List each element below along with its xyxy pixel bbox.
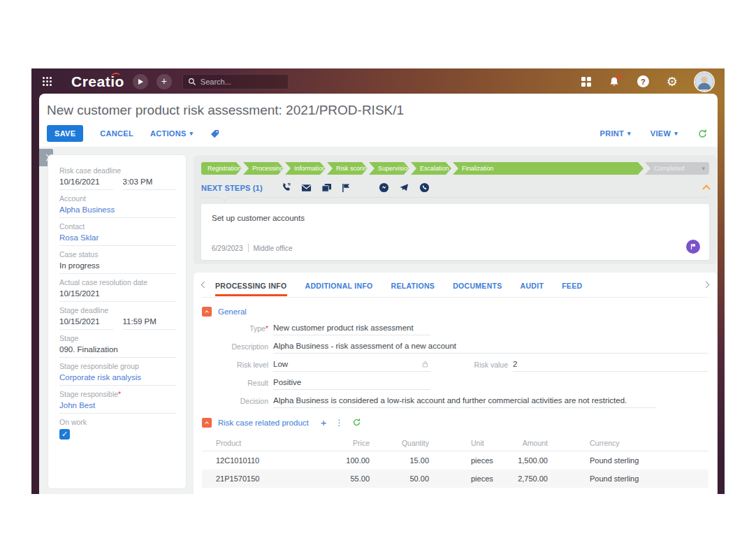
tab-processing-info[interactable]: PROCESSING INFO <box>215 274 287 296</box>
decision-input[interactable]: Alpha Business is considered a low-risk … <box>273 396 656 408</box>
stage-risk-scoring[interactable]: Risk scoring <box>327 162 368 175</box>
flag-icon[interactable] <box>342 183 351 193</box>
field-stage-responsible: Stage responsible* John Best <box>59 390 176 418</box>
quick-add-button[interactable]: + <box>157 74 172 89</box>
table-row[interactable]: 21P1570150 55.00 50.00 pieces 2,750.00 P… <box>202 470 708 488</box>
col-unit[interactable]: Unit <box>429 439 499 447</box>
play-icon <box>138 79 143 85</box>
help-icon[interactable]: ? <box>637 75 649 87</box>
col-price[interactable]: Price <box>307 439 370 447</box>
user-avatar[interactable] <box>695 73 713 91</box>
stage-responsible-group-link[interactable]: Corporate risk analysis <box>59 373 176 386</box>
view-dropdown-button[interactable]: VIEW▾ <box>650 129 678 138</box>
risk-case-deadline-time-input[interactable]: 3:03 PM <box>123 177 177 190</box>
account-link[interactable]: Alpha Business <box>59 205 176 218</box>
table-row[interactable]: 12C1010110 100.00 15.00 pieces 1,500.00 … <box>202 451 708 470</box>
field-decision: Decision Alpha Business is considered a … <box>202 396 708 408</box>
risk-case-deadline-date-input[interactable]: 10/16/2021 <box>59 177 113 190</box>
section-title[interactable]: General <box>218 307 247 316</box>
stage-completed[interactable]: Completed ▾ <box>645 162 709 175</box>
tab-additional-info[interactable]: ADDITIONAL INFO <box>305 274 373 296</box>
global-search[interactable] <box>182 74 289 89</box>
top-navigation-bar: Creatio + ? ⚙ <box>31 68 725 94</box>
main-menu-icon[interactable] <box>43 77 52 87</box>
stage-input[interactable]: 090. Finalization <box>59 345 176 358</box>
result-input[interactable]: Positive <box>273 378 430 390</box>
stage-deadline-time-input[interactable]: 11:59 PM <box>123 317 177 330</box>
collapse-section-icon[interactable] <box>202 418 212 428</box>
table-row[interactable]: 21A3040000 150.00 25.00 pieces 3,750.00 … <box>202 488 708 494</box>
field-result: Result Positive <box>202 378 708 390</box>
col-product[interactable]: Product <box>202 439 307 447</box>
record-page: New customer product risk assessment: 20… <box>39 94 718 494</box>
stage-registration[interactable]: Registration <box>201 162 242 175</box>
related-products-table: Product Price Quantity Unit Amount Curre… <box>202 435 708 494</box>
required-asterisk: * <box>266 324 268 333</box>
stage-deadline-date-input[interactable]: 10/15/2021 <box>59 317 113 330</box>
task-meta: 6/29/2023 Middle office <box>212 244 292 252</box>
tab-feed[interactable]: FEED <box>562 274 582 296</box>
stage-responsible-link[interactable]: John Best <box>59 401 176 414</box>
risk-level-input[interactable]: Low <box>273 360 430 372</box>
field-type: Type* New customer product risk assessme… <box>202 324 708 335</box>
call-icon[interactable] <box>281 182 291 193</box>
tab-audit[interactable]: AUDIT <box>521 274 544 296</box>
col-amount[interactable]: Amount <box>499 439 548 447</box>
flag-icon <box>690 243 697 250</box>
notifications-bell-icon[interactable] <box>609 76 620 87</box>
actions-dropdown-button[interactable]: ACTIONS▾ <box>150 129 193 138</box>
tag-icon[interactable] <box>210 129 220 139</box>
refresh-icon[interactable] <box>697 129 708 139</box>
actual-resolution-date-input[interactable]: 10/15/2021 <box>59 289 176 302</box>
collapse-section-icon[interactable] <box>202 307 212 317</box>
task-flag-badge <box>686 240 700 254</box>
on-work-checkbox[interactable]: ✓ <box>59 429 70 440</box>
col-currency[interactable]: Currency <box>548 439 708 447</box>
stage-processing[interactable]: Processing <box>243 162 284 175</box>
stage-finalization[interactable]: Finalization <box>453 162 644 175</box>
cancel-button[interactable]: CANCEL <box>100 129 133 138</box>
required-asterisk: * <box>118 390 121 398</box>
search-input[interactable] <box>201 78 283 86</box>
add-record-icon[interactable]: + <box>321 417 327 428</box>
print-dropdown-button[interactable]: PRINT▾ <box>600 129 631 138</box>
field-case-status: Case status In progress <box>59 250 176 278</box>
section-title[interactable]: Risk case related product <box>218 419 309 427</box>
tab-relations[interactable]: RELATIONS <box>391 274 435 296</box>
next-step-task-card[interactable]: Set up customer accounts 6/29/2023 Middl… <box>201 204 709 260</box>
more-options-icon[interactable]: ⋮ <box>335 419 344 427</box>
col-quantity[interactable]: Quantity <box>370 439 429 447</box>
next-steps-label[interactable]: NEXT STEPS (1) <box>201 184 263 192</box>
settings-gear-icon[interactable]: ⚙ <box>667 75 678 88</box>
copy-tasks-icon[interactable] <box>321 183 332 193</box>
run-process-button[interactable] <box>133 74 148 89</box>
creatio-logo: Creatio <box>71 73 124 90</box>
tabs-scroll-left-icon[interactable] <box>201 282 208 289</box>
field-stage-deadline: Stage deadline 10/15/2021 11:59 PM <box>59 306 176 334</box>
field-description: Description Alpha Business - risk assess… <box>202 342 708 354</box>
tabs-scroll-right-icon[interactable] <box>703 282 710 289</box>
risk-value-input[interactable]: 2 <box>513 360 708 372</box>
chevron-up-icon <box>702 184 710 192</box>
stage-escalation[interactable]: Escalation <box>411 162 451 175</box>
stage-supervision[interactable]: Supervision <box>369 162 409 175</box>
type-input[interactable]: New customer product risk assessment <box>273 324 430 335</box>
main-column: Registration Processing Information pr..… <box>194 147 718 494</box>
workplaces-icon[interactable] <box>581 77 591 87</box>
meta-divider <box>248 244 249 252</box>
collapse-workflow-button[interactable] <box>704 182 709 194</box>
refresh-icon[interactable] <box>352 418 361 427</box>
whatsapp-icon[interactable] <box>419 182 430 193</box>
field-stage: Stage 090. Finalization <box>59 334 176 362</box>
contact-link[interactable]: Rosa Sklar <box>59 233 176 246</box>
description-input[interactable]: Alpha Business - risk assessment of a ne… <box>273 342 708 354</box>
save-button[interactable]: SAVE <box>47 125 83 142</box>
stage-information-preparation[interactable]: Information pr... <box>285 162 326 175</box>
tab-documents[interactable]: DOCUMENTS <box>453 274 502 296</box>
general-fields: Type* New customer product risk assessme… <box>202 324 708 408</box>
next-steps-row: NEXT STEPS (1) <box>201 178 709 198</box>
case-status-input[interactable]: In progress <box>59 261 176 274</box>
email-icon[interactable] <box>301 184 312 192</box>
messenger-icon[interactable] <box>379 182 389 193</box>
telegram-icon[interactable] <box>399 182 409 193</box>
